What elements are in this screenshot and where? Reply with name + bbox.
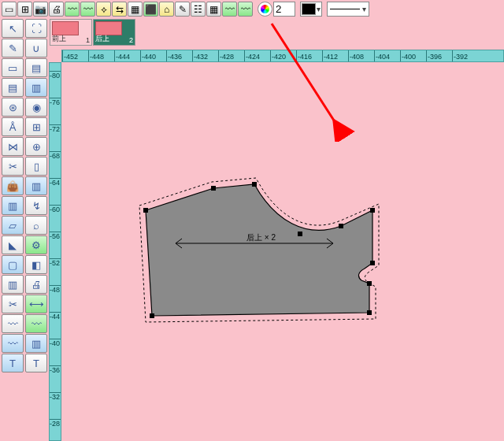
pocket-icon[interactable]: ▢ bbox=[2, 255, 24, 274]
tape-icon[interactable]: ⌕ bbox=[25, 216, 47, 235]
rect-tool-icon[interactable]: ▭ bbox=[2, 58, 24, 77]
ruler-tick: -72 bbox=[50, 124, 61, 133]
curve2-icon[interactable]: 〰 bbox=[80, 2, 95, 17]
ruler-tick: -60 bbox=[50, 205, 61, 213]
sheet2-icon[interactable]: ▥ bbox=[25, 176, 47, 195]
disc-icon[interactable]: ◉ bbox=[25, 98, 47, 117]
node-handle[interactable] bbox=[252, 182, 257, 187]
pattern-icon[interactable]: ▥ bbox=[2, 196, 24, 215]
ruler-tick: -80 bbox=[50, 71, 61, 80]
ruler-tick: -452 bbox=[62, 50, 78, 61]
node-handle[interactable] bbox=[367, 310, 372, 315]
node-handle[interactable] bbox=[370, 261, 375, 265]
mirror-icon[interactable]: ⟷ bbox=[25, 295, 47, 313]
color-picker-icon[interactable] bbox=[258, 2, 272, 17]
sheet-icon[interactable]: ▯ bbox=[25, 157, 47, 176]
ruler-tick: -52 bbox=[50, 258, 61, 267]
piece-tab-label: 前上 bbox=[52, 34, 66, 44]
ruler-tick: -428 bbox=[218, 50, 234, 61]
seam1-icon[interactable]: 〰 bbox=[2, 314, 24, 333]
layers-icon[interactable]: ▤ bbox=[25, 58, 47, 77]
align-icon[interactable]: ☷ bbox=[191, 2, 206, 17]
machine-icon[interactable]: 🖨 bbox=[49, 2, 64, 17]
line-style-dropdown[interactable] bbox=[327, 2, 369, 17]
curve3-icon[interactable]: ↯ bbox=[25, 196, 47, 215]
text2-icon[interactable]: T bbox=[25, 354, 47, 372]
canvas[interactable]: 后上 × 2 bbox=[61, 62, 504, 441]
doc-icon[interactable]: ▤ bbox=[2, 78, 24, 97]
piece-tab-label: 后上 bbox=[95, 34, 109, 44]
notch-icon[interactable]: ◣ bbox=[2, 235, 24, 254]
piece-tab-0[interactable]: 前上1 bbox=[50, 19, 92, 46]
ruler-tick: -424 bbox=[244, 50, 260, 61]
cut-tool-icon[interactable]: ✂ bbox=[2, 295, 24, 313]
bounds-icon[interactable]: ⛶ bbox=[25, 19, 47, 38]
grid2-icon[interactable]: ⊞ bbox=[25, 117, 47, 136]
seam3-icon[interactable]: 〰 bbox=[25, 314, 47, 333]
camera-icon[interactable]: 📷 bbox=[33, 2, 48, 17]
warp-icon[interactable]: ◧ bbox=[25, 255, 47, 274]
wave2-icon[interactable]: 〰 bbox=[238, 2, 253, 17]
scissors-icon[interactable]: ✂ bbox=[2, 157, 24, 176]
seam2-icon[interactable]: 〰 bbox=[2, 334, 24, 353]
number-input[interactable] bbox=[273, 2, 295, 17]
ruler-tick: -416 bbox=[296, 50, 312, 61]
insert-icon[interactable]: ⊕ bbox=[25, 137, 47, 156]
ruler-tick: -56 bbox=[50, 232, 61, 240]
select-rect-icon[interactable]: ▭ bbox=[2, 2, 17, 17]
pencil-icon[interactable]: ✎ bbox=[2, 39, 24, 57]
machine2-icon[interactable]: 🖨 bbox=[25, 275, 47, 294]
ruler-tick: -392 bbox=[452, 50, 468, 61]
fold-icon[interactable]: ▱ bbox=[2, 216, 24, 235]
fill-color-dropdown[interactable] bbox=[300, 2, 322, 17]
ruler-tick: -444 bbox=[114, 50, 130, 61]
mark-icon[interactable]: ⟡ bbox=[96, 2, 111, 17]
ruler-tick: -408 bbox=[348, 50, 364, 61]
ruler-tick: -64 bbox=[50, 178, 61, 187]
panel-icon[interactable]: ▥ bbox=[25, 334, 47, 353]
left-toolbar-col2: ⛶∪▤▥◉⊞⊕▯▥↯⌕⚙◧🖨⟷〰▥T bbox=[25, 19, 47, 372]
ruler-tick: -436 bbox=[166, 50, 182, 61]
ruler-tick: -396 bbox=[426, 50, 442, 61]
node-handle[interactable] bbox=[339, 224, 343, 228]
pattern-piece[interactable]: 后上 × 2 bbox=[136, 172, 388, 330]
ruler-tick: -448 bbox=[88, 50, 104, 61]
palette-icon[interactable]: ▦ bbox=[206, 2, 221, 17]
cut-line-path[interactable] bbox=[146, 184, 372, 316]
bag-icon[interactable]: 👜 bbox=[2, 176, 24, 195]
piece2-icon[interactable]: ▥ bbox=[25, 78, 47, 97]
node-handle[interactable] bbox=[211, 186, 216, 191]
size-icon[interactable]: ▥ bbox=[2, 275, 24, 294]
node-handle[interactable] bbox=[150, 313, 154, 318]
left-toolbar-col1: ↖✎▭▤⊛Å⋈✂👜▥▱◣▢▥✂〰〰T bbox=[2, 19, 24, 372]
ruler-tick: -76 bbox=[50, 98, 61, 106]
grid-icon[interactable]: ▦ bbox=[128, 2, 143, 17]
brush-icon[interactable]: ✎ bbox=[175, 2, 190, 17]
gear-icon[interactable]: ⚙ bbox=[25, 235, 47, 254]
window-icon[interactable]: ⊞ bbox=[17, 2, 32, 17]
ruler-horizontal[interactable]: -452-448-444-440-436-432-428-424-420-416… bbox=[61, 50, 504, 62]
join-icon[interactable]: ⋈ bbox=[2, 137, 24, 156]
ruler-tick: -432 bbox=[192, 50, 208, 61]
piece-tab-num: 1 bbox=[86, 36, 90, 44]
compass-icon[interactable]: Å bbox=[2, 117, 24, 136]
ruler-vertical[interactable]: -80-76-72-68-64-60-56-52-48-44-40-36-32-… bbox=[49, 62, 61, 441]
arrow-icon[interactable]: ↖ bbox=[2, 19, 24, 38]
text-icon[interactable]: T bbox=[2, 354, 24, 372]
ruler-tick: -36 bbox=[50, 365, 61, 374]
piece-tab-1[interactable]: 后上2 bbox=[93, 19, 135, 46]
node-handle[interactable] bbox=[298, 232, 302, 236]
wave1-icon[interactable]: 〰 bbox=[222, 2, 237, 17]
home-icon[interactable]: ⌂ bbox=[159, 2, 174, 17]
node-handle[interactable] bbox=[367, 281, 372, 286]
ruler-tick: -44 bbox=[50, 312, 61, 321]
wheel-icon[interactable]: ⊛ bbox=[2, 98, 24, 117]
swap-icon[interactable]: ⇆ bbox=[112, 2, 127, 17]
ruler-tick: -404 bbox=[374, 50, 390, 61]
curve-icon[interactable]: 〰 bbox=[65, 2, 80, 17]
shape-icon[interactable]: ⬛ bbox=[143, 2, 158, 17]
cup-icon[interactable]: ∪ bbox=[25, 39, 47, 57]
node-handle[interactable] bbox=[370, 208, 375, 213]
node-handle[interactable] bbox=[143, 208, 148, 213]
top-toolbar: ▭⊞📷🖨〰〰⟡⇆▦⬛⌂✎☷▦〰〰 bbox=[2, 2, 502, 17]
